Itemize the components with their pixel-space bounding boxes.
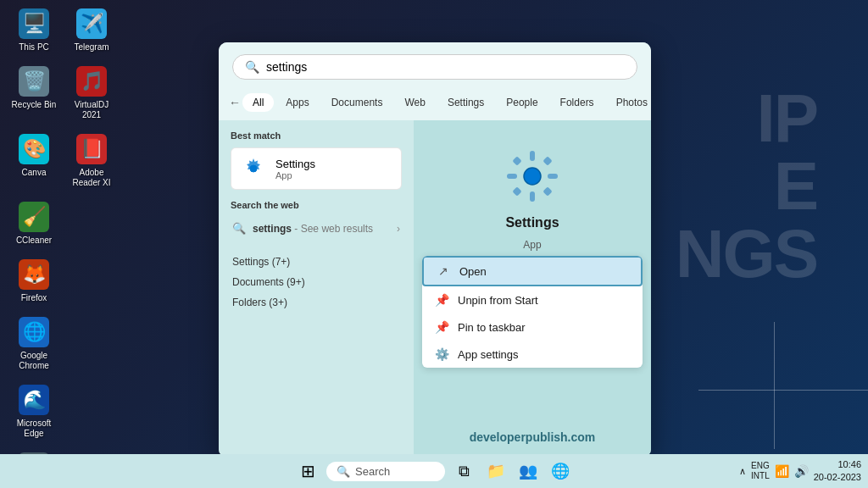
- desktop-icon-firefox-label: Firefox: [21, 293, 47, 303]
- taskbar-search[interactable]: 🔍 Search: [326, 462, 445, 481]
- start-button[interactable]: ⊞: [294, 458, 321, 485]
- search-web-title: Search the web: [231, 200, 402, 210]
- ctx-item-app-settings[interactable]: ⚙️ App settings: [422, 341, 643, 368]
- desktop-icons: 🖥️ This PC ✈️ Telegram 🗑️ Recycle Bin 🎵 …: [8, 8, 117, 488]
- tab-apps[interactable]: Apps: [275, 93, 319, 112]
- web-search-arrow-icon: ›: [397, 223, 400, 235]
- desktop-icon-chrome-label: Google Chrome: [8, 351, 59, 371]
- chevron-up-icon[interactable]: ∧: [739, 466, 746, 477]
- tab-photos[interactable]: Photos: [606, 93, 651, 112]
- search-web-section: Search the web 🔍 settings - See web resu…: [231, 200, 402, 240]
- unpin-start-icon: 📌: [434, 293, 449, 307]
- svg-point-1: [524, 168, 541, 185]
- best-match-name: Settings: [275, 158, 315, 170]
- tab-documents[interactable]: Documents: [321, 93, 393, 112]
- ctx-item-pin-taskbar[interactable]: 📌 Pin to taskbar: [422, 313, 643, 341]
- search-input-row: 🔍: [219, 42, 651, 88]
- locale-label: INTL: [751, 471, 770, 481]
- desktop-icon-ccleaner[interactable]: 🧹 CCleaner: [8, 202, 59, 246]
- svg-rect-7: [542, 156, 552, 165]
- filter-tabs: ← All Apps Documents Web Settings People…: [219, 88, 651, 120]
- wifi-icon: 📶: [775, 464, 789, 478]
- desktop-icon-virtualdj[interactable]: 🎵 VirtualDJ 2021: [66, 66, 117, 120]
- app-preview-name: Settings: [505, 215, 559, 230]
- desktop-icon-virtualdj-label: VirtualDJ 2021: [66, 100, 117, 120]
- svg-rect-9: [542, 186, 552, 196]
- tab-folders[interactable]: Folders: [550, 93, 604, 112]
- desktop-background-text: IPENGS: [676, 85, 817, 288]
- best-match-info: Settings App: [275, 158, 315, 180]
- taskbar-search-icon: 🔍: [337, 465, 350, 478]
- svg-rect-3: [530, 191, 535, 202]
- pin-taskbar-icon: 📌: [434, 320, 449, 334]
- desktop-icon-adobe[interactable]: 📕 Adobe Reader XI: [66, 134, 117, 188]
- svg-rect-5: [548, 174, 558, 179]
- taskbar-right: ∧ ENG INTL 📶 🔊 10:46 20-02-2023: [739, 458, 861, 485]
- clock-date: 20-02-2023: [814, 471, 861, 484]
- desktop-icon-this-pc-label: This PC: [19, 42, 49, 53]
- back-arrow[interactable]: ←: [229, 92, 241, 113]
- web-search-keyword: settings: [253, 223, 292, 235]
- desktop-icon-edge[interactable]: 🌊 Microsoft Edge: [8, 385, 59, 439]
- app-settings-icon: ⚙️: [434, 347, 449, 361]
- web-search-suffix: - See web results: [294, 223, 373, 235]
- desktop-icon-this-pc[interactable]: 🖥️ This PC: [8, 8, 59, 53]
- left-panel: Best match Settings App Search the web: [219, 120, 414, 458]
- result-categories: Settings (7+) Documents (9+) Folders (3+…: [231, 252, 402, 313]
- open-icon: ↗: [436, 264, 451, 278]
- search-panel: 🔍 ← All Apps Documents Web Settings Peop…: [219, 42, 651, 458]
- desktop-icon-canva[interactable]: 🎨 Canva: [8, 134, 59, 188]
- taskbar: ⊞ 🔍 Search ⧉ 📁 👥 🌐 ∧ ENG INTL 📶 🔊 10:46 …: [0, 454, 868, 488]
- desktop-icon-firefox[interactable]: 🦊 Firefox: [8, 259, 59, 303]
- panel-body: Best match Settings App Search the web: [219, 120, 651, 458]
- tab-web[interactable]: Web: [394, 93, 435, 112]
- desktop-icon-edge-label: Microsoft Edge: [8, 419, 59, 439]
- settings-app-icon: [240, 155, 267, 182]
- crosshair-horizontal: [698, 390, 868, 391]
- chrome-taskbar-button[interactable]: 🌐: [547, 458, 574, 485]
- language-label: ENG: [751, 461, 770, 471]
- category-documents[interactable]: Documents (9+): [231, 272, 402, 292]
- language-indicator: ENG INTL: [751, 461, 770, 481]
- tab-settings[interactable]: Settings: [437, 93, 494, 112]
- file-explorer-button[interactable]: 📁: [482, 458, 509, 485]
- tab-all[interactable]: All: [242, 93, 274, 112]
- taskbar-center: ⊞ 🔍 Search ⧉ 📁 👥 🌐: [294, 458, 574, 485]
- clock-time: 10:46: [814, 458, 861, 471]
- task-view-button[interactable]: ⧉: [450, 458, 477, 485]
- svg-rect-8: [512, 186, 521, 196]
- desktop-icon-chrome[interactable]: 🌐 Google Chrome: [8, 317, 59, 371]
- web-search-info: 🔍 settings - See web results: [232, 222, 373, 235]
- ctx-item-open[interactable]: ↗ Open: [422, 256, 643, 286]
- watermark: developerpublish.com: [414, 430, 651, 444]
- ctx-pin-taskbar-label: Pin to taskbar: [458, 321, 526, 334]
- ctx-open-label: Open: [459, 265, 487, 278]
- web-search-row[interactable]: 🔍 settings - See web results ›: [231, 217, 402, 240]
- ctx-unpin-start-label: Unpin from Start: [458, 294, 538, 307]
- teams-button[interactable]: 👥: [515, 458, 542, 485]
- tab-people[interactable]: People: [496, 93, 548, 112]
- context-menu: ↗ Open 📌 Unpin from Start 📌 Pin to taskb…: [422, 256, 643, 368]
- volume-icon: 🔊: [794, 464, 809, 478]
- best-match-item-settings[interactable]: Settings App: [231, 147, 402, 190]
- category-settings[interactable]: Settings (7+): [231, 252, 402, 272]
- category-folders[interactable]: Folders (3+): [231, 292, 402, 313]
- svg-rect-4: [507, 174, 517, 179]
- ctx-app-settings-label: App settings: [458, 348, 519, 361]
- search-input[interactable]: [266, 60, 625, 74]
- search-input-box[interactable]: 🔍: [232, 54, 637, 80]
- svg-rect-6: [512, 156, 521, 165]
- desktop-icon-telegram-label: Telegram: [74, 42, 108, 53]
- system-clock: 10:46 20-02-2023: [814, 458, 861, 485]
- ctx-item-unpin-start[interactable]: 📌 Unpin from Start: [422, 286, 643, 313]
- right-panel: Settings App ↗ Open 📌 Unpin from Start 📌…: [414, 120, 651, 458]
- desktop-icon-telegram[interactable]: ✈️ Telegram: [66, 8, 117, 53]
- best-match-title: Best match: [231, 130, 402, 141]
- app-preview-icon: [502, 146, 563, 207]
- desktop-icon-recycle-bin[interactable]: 🗑️ Recycle Bin: [8, 66, 59, 120]
- svg-rect-2: [530, 151, 535, 161]
- sys-tray[interactable]: ∧: [739, 466, 746, 477]
- desktop-icon-ccleaner-label: CCleaner: [16, 236, 52, 246]
- desktop-icon-recycle-bin-label: Recycle Bin: [12, 100, 57, 110]
- crosshair-vertical: [774, 322, 775, 449]
